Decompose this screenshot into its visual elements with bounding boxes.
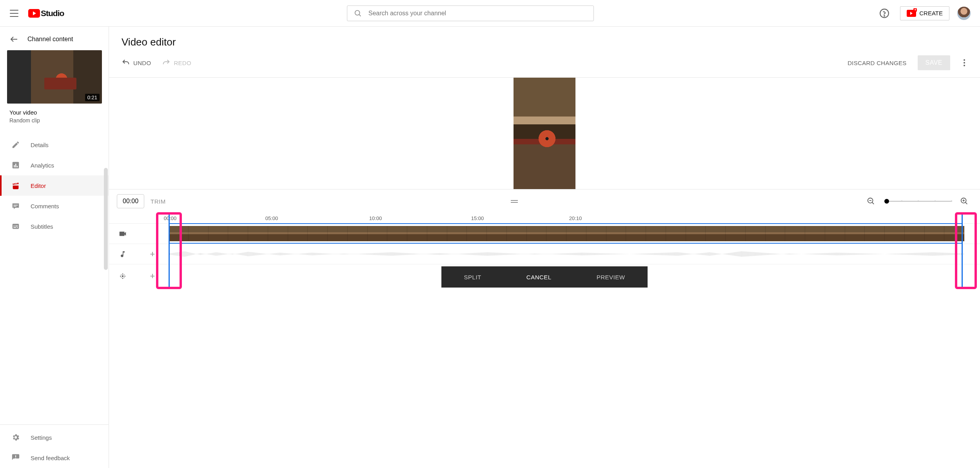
zoom-slider[interactable] <box>884 201 951 202</box>
svg-rect-6 <box>14 165 15 168</box>
preview-trim-button[interactable]: PREVIEW <box>590 271 632 284</box>
main: Video editor UNDO REDO DISCARD CHANGES S… <box>109 27 980 468</box>
sidebar-scrollbar[interactable] <box>104 168 108 270</box>
sidebar-item-settings[interactable]: Settings <box>0 427 109 448</box>
sidebar-item-details[interactable]: Details <box>0 135 109 155</box>
undo-icon <box>122 58 130 67</box>
your-video-label: Your video <box>9 109 99 116</box>
svg-point-33 <box>124 277 125 278</box>
trim-label[interactable]: TRIM <box>151 198 166 205</box>
search-input[interactable] <box>368 10 587 17</box>
sidebar: Channel content 0:21 Your video Random c… <box>0 27 109 468</box>
svg-rect-12 <box>14 227 16 228</box>
create-camera-icon <box>907 10 916 17</box>
videocam-icon <box>109 229 136 238</box>
trim-handle-right[interactable] <box>962 213 963 288</box>
time-ruler[interactable]: 00:00 05:00 10:00 15:00 20:10 <box>109 213 980 223</box>
audio-track-content[interactable] <box>169 244 980 264</box>
create-label: CREATE <box>919 10 943 16</box>
split-button[interactable]: SPLIT <box>458 271 488 284</box>
logo-text: Studio <box>41 9 64 18</box>
discard-changes-button[interactable]: DISCARD CHANGES <box>848 60 906 66</box>
menu-icon[interactable] <box>9 9 19 18</box>
redo-icon <box>162 58 171 67</box>
duration-badge: 0:21 <box>85 94 100 101</box>
zoom-out-button[interactable] <box>863 193 879 209</box>
sidebar-item-editor[interactable]: Editor <box>0 175 109 196</box>
timeline-controls: 00:00 TRIM <box>109 189 980 213</box>
sidebar-nav: Details Analytics Editor Comments Subtit… <box>0 130 109 237</box>
svg-rect-10 <box>14 206 16 206</box>
add-blur-button[interactable]: + <box>136 271 169 281</box>
svg-rect-16 <box>15 455 16 458</box>
account-avatar[interactable] <box>957 7 971 20</box>
clapperboard-icon <box>11 181 20 190</box>
sidebar-item-label: Comments <box>31 203 59 209</box>
video-preview[interactable] <box>109 78 980 189</box>
svg-point-32 <box>121 277 122 278</box>
search-icon <box>354 9 362 18</box>
add-audio-button[interactable]: + <box>136 249 169 259</box>
analytics-icon <box>11 160 20 170</box>
svg-rect-14 <box>14 226 15 226</box>
svg-point-26 <box>120 275 121 277</box>
header: Studio CREATE <box>0 0 980 27</box>
save-button: SAVE <box>918 55 951 70</box>
svg-line-19 <box>872 202 874 204</box>
music-note-icon <box>109 250 136 258</box>
comments-icon <box>11 201 20 211</box>
svg-point-28 <box>122 273 123 275</box>
video-title: Random clip <box>9 117 99 124</box>
sidebar-item-feedback[interactable]: Send feedback <box>0 448 109 468</box>
trim-action-bar: SPLIT CANCEL PREVIEW <box>441 266 648 288</box>
back-to-channel-content[interactable]: Channel content <box>0 27 109 49</box>
svg-point-0 <box>355 10 359 15</box>
sidebar-item-label: Subtitles <box>31 223 53 230</box>
sidebar-item-label: Send feedback <box>31 455 70 461</box>
pencil-icon <box>11 140 20 149</box>
svg-rect-15 <box>15 226 18 226</box>
svg-rect-8 <box>17 166 18 168</box>
svg-point-30 <box>121 274 122 275</box>
back-arrow-icon <box>9 35 19 44</box>
svg-point-31 <box>124 274 125 275</box>
video-thumbnail[interactable]: 0:21 <box>7 50 102 104</box>
editor-toolbar: UNDO REDO DISCARD CHANGES SAVE <box>109 54 980 78</box>
sidebar-item-label: Details <box>31 142 49 148</box>
sidebar-item-label: Settings <box>31 434 52 441</box>
undo-button[interactable]: UNDO <box>122 58 151 67</box>
more-menu-icon[interactable] <box>961 57 967 69</box>
sidebar-item-analytics[interactable]: Analytics <box>0 155 109 175</box>
svg-point-25 <box>122 275 124 277</box>
studio-logo[interactable]: Studio <box>28 9 64 18</box>
preview-frame <box>514 78 575 189</box>
sidebar-item-comments[interactable]: Comments <box>0 196 109 216</box>
svg-rect-13 <box>17 227 18 228</box>
panel-drag-handle[interactable] <box>172 200 857 203</box>
svg-rect-9 <box>14 205 18 205</box>
trim-handle-left[interactable] <box>169 213 170 288</box>
help-icon[interactable] <box>877 5 892 21</box>
svg-rect-17 <box>15 458 16 459</box>
sidebar-item-subtitles[interactable]: Subtitles <box>0 216 109 237</box>
subtitles-icon <box>11 222 20 231</box>
current-time-input[interactable]: 00:00 <box>117 194 144 208</box>
timeline: 00:00 05:00 10:00 15:00 20:10 <box>109 213 980 288</box>
sidebar-item-label: Analytics <box>31 162 54 169</box>
search-input-wrap[interactable] <box>347 5 594 21</box>
svg-point-29 <box>122 278 123 279</box>
create-button[interactable]: CREATE <box>900 6 949 20</box>
redo-button: REDO <box>162 58 191 67</box>
svg-rect-7 <box>15 164 16 167</box>
feedback-icon <box>11 453 20 463</box>
sidebar-item-label: Editor <box>31 182 46 189</box>
cancel-trim-button[interactable]: CANCEL <box>520 271 558 284</box>
back-label: Channel content <box>27 36 73 43</box>
gear-icon <box>11 433 20 442</box>
youtube-play-icon <box>28 9 40 18</box>
svg-point-27 <box>124 275 125 277</box>
trim-region[interactable] <box>169 223 963 244</box>
page-title: Video editor <box>109 27 980 54</box>
blur-icon <box>109 272 136 280</box>
zoom-in-button[interactable] <box>956 193 972 209</box>
